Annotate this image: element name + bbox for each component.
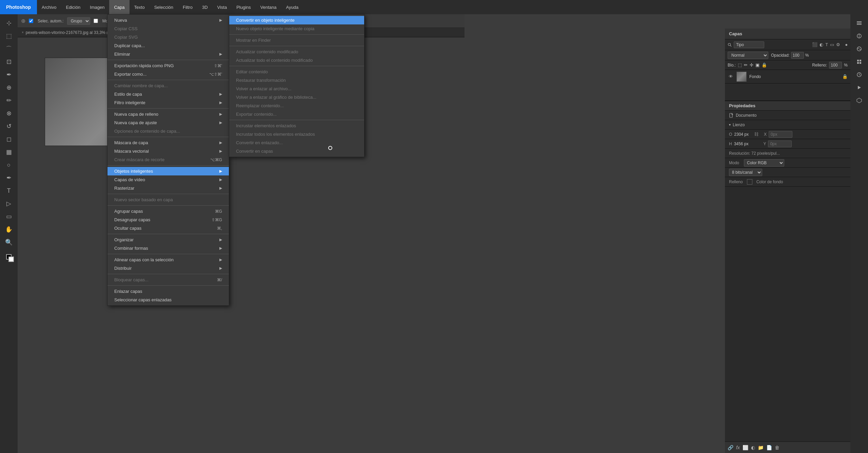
pen-tool[interactable]: ✒	[3, 172, 15, 184]
menu-archivo[interactable]: Archivo	[37, 0, 61, 14]
lock-position-icon[interactable]: ✢	[750, 62, 753, 68]
menu-exportar-como[interactable]: Exportar como... ⌥⇧⌘'	[107, 70, 229, 78]
3d-icon[interactable]	[853, 94, 865, 107]
fx-icon[interactable]: fx	[736, 445, 740, 450]
layer-eye-fondo[interactable]: 👁	[728, 74, 734, 79]
link-layers-icon[interactable]: 🔗	[728, 445, 733, 450]
folder-icon[interactable]: 📁	[758, 445, 764, 450]
menu-estilo-capa[interactable]: Estilo de capa ▶	[107, 90, 229, 98]
channels-icon[interactable]	[853, 30, 865, 42]
selection-tool[interactable]: ⬚	[3, 30, 15, 42]
move-tool[interactable]: ⊹	[3, 17, 15, 29]
menu-imagen[interactable]: Imagen	[85, 0, 109, 14]
filter-pixel-icon[interactable]: ⬛	[812, 42, 817, 47]
zoom-tool[interactable]: 🔍	[3, 236, 15, 248]
canvas-collapse-icon[interactable]: ▾	[729, 123, 731, 127]
menu-plugins[interactable]: Plugins	[232, 0, 256, 14]
filter-shape-icon[interactable]: ▭	[830, 42, 834, 47]
mode-select[interactable]: Color RGB CMYK Escala de grises	[744, 159, 784, 167]
menu-3d[interactable]: 3D	[197, 0, 213, 14]
menu-nueva-capa-relleno[interactable]: Nueva capa de relleno ▶	[107, 110, 229, 118]
auto-select-checkbox[interactable]	[29, 19, 33, 23]
menu-alinear-capas[interactable]: Alinear capas con la selección ▶	[107, 256, 229, 264]
tab-close-wilson[interactable]: ×	[22, 31, 24, 34]
menu-seleccion[interactable]: Selección	[150, 0, 178, 14]
menu-seleccionar-capas-enlazadas[interactable]: Seleccionar capas enlazadas	[107, 296, 229, 304]
menu-filtro[interactable]: Filtro	[178, 0, 197, 14]
history-icon[interactable]	[853, 69, 865, 81]
auto-select-dropdown[interactable]: Grupo Capa	[67, 17, 90, 25]
menu-eliminar[interactable]: Eliminar ▶	[107, 50, 229, 58]
healing-tool[interactable]: ⊕	[3, 81, 15, 94]
canvas-section-title: ▾ Lienzo	[725, 120, 850, 130]
menu-agrupar-capas[interactable]: Agrupar capas ⌘G	[107, 207, 229, 215]
shape-tool[interactable]: ▭	[3, 210, 15, 223]
menu-editar-contenido: Editar contenido	[229, 68, 364, 76]
layer-search-input[interactable]	[734, 41, 764, 48]
menu-combinar-formas[interactable]: Combinar formas ▶	[107, 244, 229, 252]
menu-filtro-inteligente[interactable]: Filtro inteligente ▶	[107, 98, 229, 107]
filter-adjust-icon[interactable]: ◐	[820, 42, 823, 47]
hand-tool[interactable]: ✋	[3, 223, 15, 235]
crop-tool[interactable]: ⊡	[3, 56, 15, 68]
menu-organizar[interactable]: Organizar ▶	[107, 235, 229, 244]
menu-ventana[interactable]: Ventana	[256, 0, 281, 14]
x-input[interactable]	[769, 131, 792, 138]
filter-type-icon[interactable]: T	[825, 42, 828, 47]
actions-icon[interactable]	[853, 81, 865, 94]
path-tool[interactable]: ▷	[3, 197, 15, 210]
eraser-tool[interactable]: ◻	[3, 133, 15, 145]
brush-tool[interactable]: ✏	[3, 94, 15, 107]
lock-pixels-icon[interactable]: ✏	[744, 62, 748, 68]
gradient-tool[interactable]: ▦	[3, 146, 15, 158]
menu-capas-video[interactable]: Capas de vídeo ▶	[107, 175, 229, 184]
menu-nueva[interactable]: Nueva ▶	[107, 16, 229, 24]
layers-icon[interactable]	[853, 17, 865, 29]
menu-capa[interactable]: Capa	[109, 0, 129, 14]
adjustment-icon[interactable]: ◐	[751, 445, 755, 450]
menu-rasterizar[interactable]: Rasterizar ▶	[107, 184, 229, 192]
eyedropper-tool[interactable]: ✒	[3, 69, 15, 81]
menu-ocultar-capas[interactable]: Ocultar capas ⌘,	[107, 224, 229, 232]
clone-tool[interactable]: ⊗	[3, 107, 15, 119]
filter-toggle[interactable]: ●	[845, 42, 848, 47]
type-tool[interactable]: T	[3, 185, 15, 197]
menu-objetos-inteligentes[interactable]: Objetos inteligentes ▶	[107, 167, 229, 175]
opacity-input[interactable]	[791, 52, 804, 59]
menu-mascara-capa[interactable]: Máscara de capa ▶	[107, 138, 229, 147]
fill-input[interactable]	[829, 62, 842, 69]
history-brush[interactable]: ↺	[3, 120, 15, 132]
lock-transparent-icon[interactable]: ⬚	[738, 62, 742, 68]
menu-edicion[interactable]: Edición	[61, 0, 85, 14]
lock-artboard-icon[interactable]: ▣	[755, 62, 760, 68]
layer-fondo[interactable]: 👁 Fondo 🔒	[725, 70, 850, 83]
sep3	[107, 108, 229, 109]
blend-mode-select[interactable]: Normal Disolver Oscurecer	[728, 52, 768, 59]
chain-icon[interactable]: ⛓	[754, 132, 758, 137]
show-transform-checkbox[interactable]	[94, 19, 98, 23]
trash-icon[interactable]: 🗑	[775, 445, 780, 450]
filter-smart-icon[interactable]: ⚙	[836, 42, 840, 47]
menu-distribuir[interactable]: Distribuir ▶	[107, 264, 229, 272]
menu-mascara-vectorial[interactable]: Máscara vectorial ▶	[107, 147, 229, 155]
adjustments-icon[interactable]	[853, 43, 865, 55]
menu-duplicar-capa[interactable]: Duplicar capa...	[107, 41, 229, 50]
menu-exportacion-rapida[interactable]: Exportación rápida como PNG ⇧⌘'	[107, 61, 229, 70]
lock-all-icon[interactable]: 🔒	[762, 62, 767, 68]
menu-texto[interactable]: Texto	[130, 0, 150, 14]
menu-nueva-capa-ajuste[interactable]: Nueva capa de ajuste ▶	[107, 118, 229, 127]
add-mask-icon[interactable]: ⬜	[743, 445, 748, 450]
menu-vista[interactable]: Vista	[213, 0, 232, 14]
menu-ayuda[interactable]: Ayuda	[281, 0, 303, 14]
menu-desagrupar-capas[interactable]: Desagrupar capas ⇧⌘G	[107, 215, 229, 224]
lasso-tool[interactable]: ⌒	[3, 43, 15, 55]
fill-color-swatch[interactable]	[747, 179, 752, 185]
new-layer-icon[interactable]: 📄	[766, 445, 772, 450]
bits-select[interactable]: 8 bits/canal 16 bits/canal 32 bits/canal	[729, 169, 762, 176]
menu-convertir-objeto-inteligente[interactable]: Convertir en objeto inteligente	[229, 16, 364, 24]
menu-enlazar-capas[interactable]: Enlazar capas	[107, 287, 229, 296]
tab-wilson[interactable]: × pexels-wilson-vitorino-2167673.jpg al …	[18, 28, 115, 37]
styles-icon[interactable]	[853, 56, 865, 68]
y-input[interactable]	[768, 140, 792, 147]
dodge-tool[interactable]: ○	[3, 159, 15, 171]
